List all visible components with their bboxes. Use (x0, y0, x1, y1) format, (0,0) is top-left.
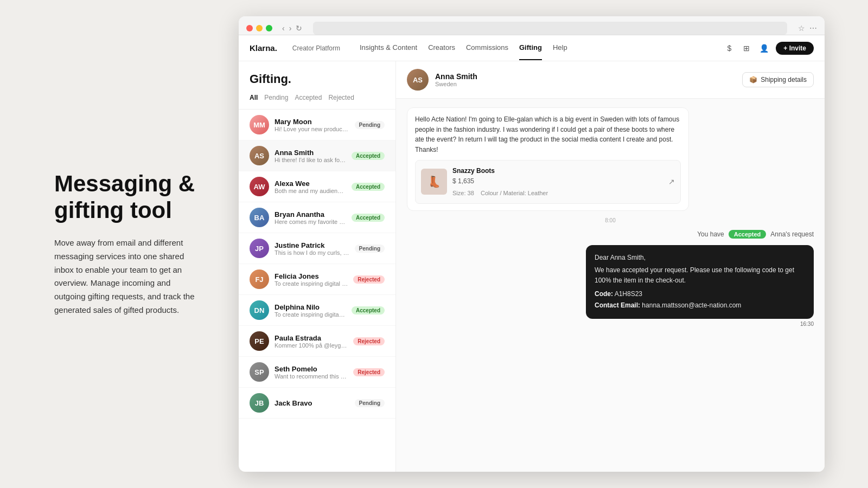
grid-icon: ⊞ (741, 43, 752, 54)
contact-item[interactable]: MM Mary Moon Hi! Love your new product l… (239, 110, 395, 140)
contact-name: Justine Patrick (275, 241, 349, 249)
contact-info: Paula Estrada Kommer 100% på @leyglow (275, 334, 348, 349)
app-logo: Klarna. (250, 43, 277, 53)
contact-preview: Here comes my favorite products... (275, 219, 346, 225)
marketing-heading: Messaging & gifting tool (54, 171, 195, 223)
dark-msg-body: We have accepted your request. Please us… (595, 265, 805, 286)
contact-item[interactable]: DN Delphina Nilo To create inspiring dig… (239, 295, 395, 326)
contact-info: Justine Patrick This is how I do my curl… (275, 241, 349, 256)
shipping-details-button[interactable]: 📦 Shipping details (742, 72, 814, 87)
avatar: JP (250, 239, 269, 258)
reload-button[interactable]: ↻ (296, 24, 302, 33)
contact-info: Alexa Wee Both me and my audience would … (275, 179, 346, 194)
filter-all[interactable]: All (250, 93, 258, 102)
maximize-button[interactable] (266, 25, 272, 31)
contact-info: Anna Smith Hi there! I'd like to ask for… (275, 149, 346, 163)
contact-name: Paula Estrada (275, 334, 348, 342)
contact-name: Bryan Anantha (275, 210, 346, 219)
nav-right: $ ⊞ 👤 + Invite (724, 42, 814, 55)
nav-commissions[interactable]: Commissions (466, 36, 508, 60)
status-badge: Accepted (352, 152, 385, 160)
avatar: AS (250, 146, 269, 165)
contact-info: Felicia Jones To create inspiring digita… (275, 272, 348, 287)
status-badge: Accepted (352, 214, 385, 222)
forward-button[interactable]: › (289, 24, 292, 33)
more-icon[interactable]: ⋯ (809, 24, 817, 33)
contact-name: Seth Pomelo (275, 365, 348, 373)
chat-messages: Hello Acte Nation! I'm going to Elle-gal… (396, 99, 825, 472)
dark-msg-contact-line: Contact Email: hanna.mattsson@acte-natio… (595, 300, 805, 311)
code-label: Code: (595, 290, 613, 298)
browser-nav: ‹ › ↻ (282, 24, 302, 33)
contact-name: Jack Bravo (275, 399, 349, 407)
product-price: $ 1,635 (452, 176, 663, 187)
nav-gifting[interactable]: Gifting (519, 36, 542, 60)
filter-rejected[interactable]: Rejected (328, 93, 354, 102)
nav-creators[interactable]: Creators (428, 36, 455, 60)
chat-user-name: Anna Smith (435, 72, 736, 81)
minimize-button[interactable] (256, 25, 263, 31)
contact-item[interactable]: FJ Felicia Jones To create inspiring dig… (239, 264, 395, 295)
filter-pending[interactable]: Pending (264, 93, 288, 102)
avatar: JB (250, 393, 269, 413)
status-badge: Pending (355, 121, 385, 129)
accepted-chip: Accepted (729, 230, 767, 239)
status-badge: Pending (355, 245, 385, 253)
nav-subtitle: Creator Platform (292, 44, 340, 52)
status-badge: Rejected (353, 275, 385, 284)
contact-preview: Hi there! I'd like to ask for this produ… (275, 157, 346, 163)
contact-item[interactable]: BA Bryan Anantha Here comes my favorite … (239, 202, 395, 233)
contact-item[interactable]: AW Alexa Wee Both me and my audience wou… (239, 171, 395, 202)
status-badge: Rejected (353, 337, 385, 345)
message-text: Hello Acte Nation! I'm going to Elle-gal… (415, 114, 681, 155)
avatar: SP (250, 362, 269, 382)
address-bar[interactable] (313, 22, 787, 35)
filter-tabs: All Pending Accepted Rejected (239, 93, 395, 110)
contact-preview: To create inspiring digital content and.… (275, 311, 346, 318)
invite-button[interactable]: + Invite (776, 42, 814, 55)
status-text: You have (697, 230, 724, 238)
product-name: Snazzy Boots (452, 166, 663, 176)
browser-controls: ‹ › ↻ ☆ ⋯ (246, 22, 817, 35)
app-nav: Klarna. Creator Platform Insights & Cont… (239, 35, 825, 61)
contact-name: Alexa Wee (275, 179, 346, 188)
contact-item[interactable]: AS Anna Smith Hi there! I'd like to ask … (239, 140, 395, 171)
browser-chrome: ‹ › ↻ ☆ ⋯ (239, 16, 825, 35)
contact-item[interactable]: JP Justine Patrick This is how I do my c… (239, 233, 395, 264)
close-button[interactable] (246, 25, 253, 31)
contact-preview: This is how I do my curls, want to creat… (275, 249, 349, 256)
status-badge: Rejected (353, 368, 385, 376)
bookmark-icon[interactable]: ☆ (798, 24, 805, 33)
chat-user-info: Anna Smith Sweden (435, 72, 736, 87)
browser-actions: ☆ ⋯ (798, 24, 817, 33)
external-link-icon[interactable]: ↗ (668, 176, 675, 188)
code-value: A1H8S23 (615, 290, 642, 298)
contact-info: Seth Pomelo Want to recommend this as a … (275, 365, 348, 380)
nav-help[interactable]: Help (553, 36, 567, 60)
product-details: Size: 38 Colour / Material: Leather (452, 189, 663, 198)
traffic-lights (246, 25, 272, 31)
filter-accepted[interactable]: Accepted (295, 93, 322, 102)
contact-name: Felicia Jones (275, 272, 348, 280)
status-badge: Pending (355, 399, 385, 407)
contact-item[interactable]: PE Paula Estrada Kommer 100% på @leyglow… (239, 326, 395, 357)
contact-info: Bryan Anantha Here comes my favorite pro… (275, 210, 346, 225)
back-button[interactable]: ‹ (282, 24, 285, 33)
contact-item[interactable]: SP Seth Pomelo Want to recommend this as… (239, 357, 395, 388)
contact-preview: Hi! Love your new product line. Would... (275, 126, 349, 132)
product-colour: Colour / Material: Leather (481, 190, 548, 196)
app-content: Gifting. All Pending Accepted Rejected M… (239, 61, 825, 472)
chat-area: AS Anna Smith Sweden 📦 Shipping details … (396, 61, 825, 472)
marketing-description: Move away from email and different messa… (54, 236, 195, 317)
avatar: AW (250, 177, 269, 196)
browser-window: ‹ › ↻ ☆ ⋯ Klarna. Creator Platform Insig… (239, 16, 825, 472)
product-size: Size: 38 (452, 190, 474, 196)
status-badge: Accepted (352, 306, 385, 314)
contact-list: MM Mary Moon Hi! Love your new product l… (239, 110, 395, 472)
chat-avatar: AS (407, 69, 429, 91)
avatar: DN (250, 300, 269, 320)
contact-name: Anna Smith (275, 149, 346, 157)
contact-item[interactable]: JB Jack Bravo Pending (239, 388, 395, 419)
nav-insights[interactable]: Insights & Content (360, 36, 417, 60)
page-title: Gifting. (250, 72, 385, 86)
